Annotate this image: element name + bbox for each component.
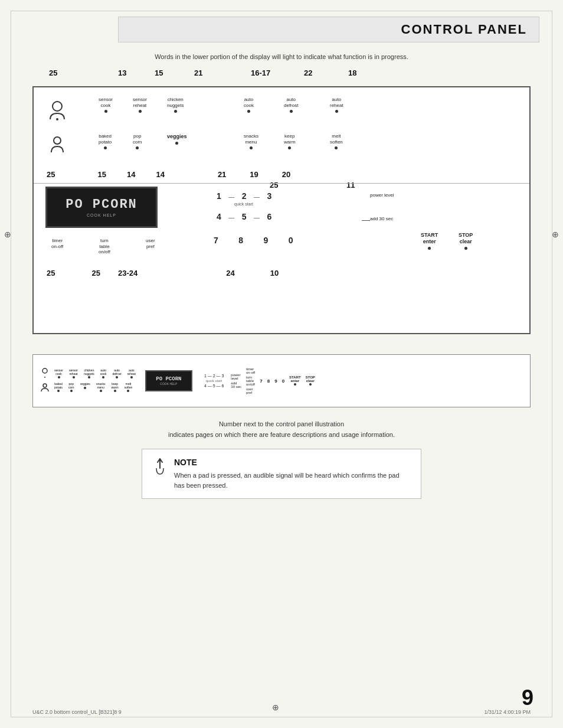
btn-user-pref[interactable]: userpref <box>146 238 155 249</box>
mini-key-0: 0 <box>282 378 284 384</box>
key-9[interactable]: 9 <box>264 236 269 245</box>
mini-snacks: snacksmenu <box>96 383 106 393</box>
add30-line <box>362 220 370 221</box>
key-0[interactable]: 0 <box>289 236 293 245</box>
btn-keep-warm[interactable]: keepwarm <box>284 133 296 149</box>
btn-melt-soften[interactable]: meltsoften <box>330 133 343 149</box>
mini-row-1: sensorcook sensorreheat chickennuggets a… <box>54 369 136 379</box>
diagram-area: 25 13 15 21 16-17 22 18 sensorcook <box>32 64 531 353</box>
btn-sensor-reheat[interactable]: sensorreheat <box>133 97 147 113</box>
quick-start-label: quick start <box>234 202 253 206</box>
mini-power-text: powerlevel <box>231 373 241 380</box>
mini-add-text: add30 sec <box>231 381 241 389</box>
mini-sensor-cook: sensorcook <box>54 369 63 379</box>
numpad-row2: 4 — 5 — 6 <box>217 211 271 222</box>
key-5[interactable]: 5 <box>242 212 247 221</box>
footer-right: 1/31/12 4:00:19 PM <box>484 709 531 715</box>
btn-baked-potato[interactable]: bakedpotato <box>99 133 112 149</box>
numpad-row1: 1 — 2 — 3 <box>217 191 271 201</box>
num-13: 13 <box>118 68 126 77</box>
mini-auto-reheat: autoreheat <box>127 369 136 379</box>
icon-person <box>45 135 69 158</box>
mid-num-14-2: 14 <box>156 170 164 179</box>
mini-pop-corn: popcorn <box>68 383 74 393</box>
btn-auto-defrost[interactable]: autodefrost <box>284 97 298 113</box>
key-1[interactable]: 1 <box>217 191 221 201</box>
mini-melt: meltsoften <box>125 383 133 393</box>
mini-timer: timeron-off <box>246 367 255 374</box>
mini-row-2: bakedpotato popcorn veggies snacksmenu k… <box>54 383 136 393</box>
mini-veggies: veggies <box>80 383 90 393</box>
mini-icons <box>40 368 50 394</box>
mini-turn: turntableon/off <box>246 376 255 386</box>
num-22: 22 <box>304 68 312 77</box>
btn-pop-corn[interactable]: popcorn <box>133 133 142 149</box>
key-4[interactable]: 4 <box>217 212 221 221</box>
mid-num-15: 15 <box>97 170 106 179</box>
mini-btn-rows: sensorcook sensorreheat chickennuggets a… <box>54 369 136 393</box>
mini-numpad: 1 — 2 — 3 quick start 4 — 5 — 6 <box>204 374 224 388</box>
panel-box: sensorcook sensorreheat chickennuggets a… <box>32 86 531 334</box>
mini-chicken: chickennuggets <box>84 369 94 379</box>
btn-timer-on-off[interactable]: timeron-off <box>51 238 63 249</box>
btn-sensor-cook[interactable]: sensorcook <box>99 97 113 113</box>
mini-icon-speaker <box>40 368 50 378</box>
btn-start-enter[interactable]: STARTenter <box>421 232 438 250</box>
mini-baked-potato: bakedpotato <box>54 383 63 393</box>
numpad-row3: 7 8 9 0 <box>214 235 293 246</box>
display-sub: COOK HELP <box>87 213 116 217</box>
num-25-top-left: 25 <box>49 68 57 77</box>
caption-area: Number next to the control panel illustr… <box>0 419 563 440</box>
page-title: CONTROL PANEL <box>130 22 527 37</box>
mini-power-add: powerlevel add30 sec <box>231 373 241 389</box>
key-2[interactable]: 2 <box>242 191 247 201</box>
title-bar: CONTROL PANEL <box>118 17 539 43</box>
num-21: 21 <box>194 68 202 77</box>
key-8[interactable]: 8 <box>238 236 243 245</box>
svg-point-4 <box>44 377 45 378</box>
caption-line2: indicates pages on which there are featu… <box>0 430 563 440</box>
note-title: NOTE <box>174 458 410 467</box>
num-16-17: 16-17 <box>251 68 270 77</box>
mini-key-8: 8 <box>267 378 270 384</box>
dash-1: — <box>228 194 234 200</box>
btn-auto-reheat[interactable]: autoreheat <box>330 97 343 113</box>
svg-point-0 <box>53 102 62 111</box>
mid-num-25: 25 <box>47 170 55 179</box>
divider-line <box>34 183 529 184</box>
btn-veggies[interactable]: veggies <box>167 133 187 145</box>
bot-num-25a: 25 <box>47 269 55 278</box>
key-3[interactable]: 3 <box>267 191 271 201</box>
reg-mark-right: ⊕ <box>551 230 559 239</box>
btn-stop-clear[interactable]: STOPclear <box>459 232 473 250</box>
mini-auto-cook: autocook <box>100 369 107 379</box>
bottom-numbers-row: 25 25 23-24 24 10 <box>34 267 529 279</box>
border-right <box>552 11 552 717</box>
border-left <box>11 11 11 717</box>
border-bottom <box>11 717 552 717</box>
key-7[interactable]: 7 <box>214 236 218 245</box>
bot-num-24: 24 <box>226 269 234 278</box>
note-icon <box>153 458 167 479</box>
btn-turn-table[interactable]: turntableon/off <box>99 238 110 255</box>
mini-key-7: 7 <box>260 378 262 384</box>
mid-num-14-1: 14 <box>127 170 135 179</box>
btn-snacks-menu[interactable]: snacksmenu <box>244 133 258 149</box>
reg-mark-bottom: ⊕ <box>271 703 280 711</box>
add-30sec-text: add 30 sec <box>370 216 393 222</box>
btn-auto-cook[interactable]: autocook <box>244 97 254 113</box>
mini-start-stop: STARTenter STOPclear <box>289 376 315 386</box>
note-content: NOTE When a pad is pressed, an audible s… <box>174 458 410 490</box>
mini-keep-warm: keepwarm <box>111 383 118 393</box>
mid-numbers-row: 25 15 14 14 21 19 20 <box>34 169 529 180</box>
mini-panel: sensorcook sensorreheat chickennuggets a… <box>32 354 531 407</box>
btn-chicken-nuggets[interactable]: chickennuggets <box>167 97 184 113</box>
mini-display-text: PO PCORN <box>156 376 181 382</box>
svg-point-2 <box>54 137 61 144</box>
key-6[interactable]: 6 <box>267 212 271 221</box>
bot-num-10: 10 <box>270 269 279 278</box>
mini-stop: STOPclear <box>306 376 315 386</box>
dash-3: — <box>228 214 234 221</box>
power-level-text: power level <box>370 192 394 198</box>
footer-left: U&C 2.0 bottom control_UL [B321]8 9 <box>32 709 122 715</box>
